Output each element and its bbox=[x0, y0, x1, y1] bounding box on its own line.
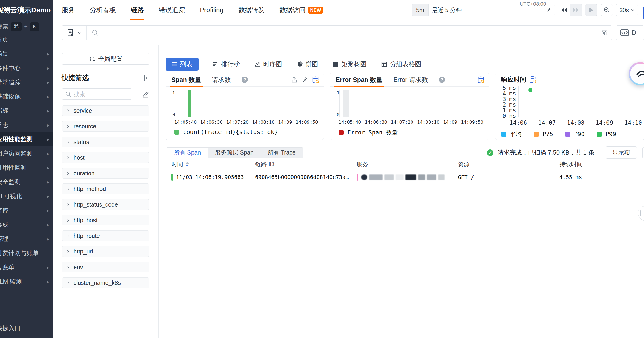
edit-pencil-icon[interactable] bbox=[142, 90, 149, 98]
play-button[interactable] bbox=[585, 4, 597, 16]
sidebar-item-首页[interactable]: 首页 bbox=[0, 33, 53, 47]
nav-tab-错误追踪[interactable]: 错误追踪 bbox=[159, 0, 185, 20]
span-count-bar[interactable] bbox=[188, 90, 192, 117]
chart-tab-Error Span 数量[interactable]: Error Span 数量 bbox=[336, 73, 382, 87]
nav-tab-分析看板[interactable]: 分析看板 bbox=[90, 0, 116, 20]
filter-field-service[interactable]: ›service bbox=[62, 105, 150, 116]
collapse-panel-icon[interactable] bbox=[142, 74, 150, 81]
query-mode-selector[interactable] bbox=[62, 26, 86, 40]
sidebar-item-事件中心[interactable]: 事件中心▸ bbox=[0, 61, 53, 75]
legend-item-P75[interactable]: P75 bbox=[534, 131, 553, 137]
sidebar-item-应用性能监测[interactable]: 应用性能监测▸ bbox=[0, 132, 53, 146]
sidebar-item-监控[interactable]: 监控▸ bbox=[0, 203, 53, 218]
export-icon[interactable] bbox=[291, 77, 298, 83]
sidebar-item-用户访问监测[interactable]: 用户访问监测▸ bbox=[0, 146, 53, 160]
time-back-button[interactable] bbox=[558, 5, 570, 16]
sidebar-item-集成[interactable]: 集成▸ bbox=[0, 218, 53, 232]
sidebar-item-LLM 监测[interactable]: LLM 监测▸ bbox=[0, 274, 53, 289]
table-row[interactable]: 11/03 14:06:19.9056636908465b0000000086d… bbox=[159, 171, 644, 184]
sidebar-item-label: 云账单 bbox=[0, 263, 47, 271]
sort-toggle[interactable] bbox=[185, 162, 189, 167]
help-icon[interactable]: ? bbox=[439, 77, 445, 83]
nav-tab-服务[interactable]: 服务 bbox=[62, 0, 75, 20]
workspace-logo[interactable]: 观测云演示Demo bbox=[0, 0, 53, 20]
column-header-时间[interactable]: 时间 bbox=[172, 160, 255, 168]
filter-field-http_route[interactable]: ›http_route bbox=[62, 230, 150, 241]
sidebar-item-异常追踪[interactable]: 异常追踪▸ bbox=[0, 75, 53, 89]
zoom-out-icon[interactable] bbox=[601, 4, 613, 16]
view-tab-列表[interactable]: 列表 bbox=[166, 58, 199, 71]
filter-field-http_status_code[interactable]: ›http_status_code bbox=[62, 199, 150, 210]
nav-tab-链路[interactable]: 链路 bbox=[131, 0, 144, 20]
x-tick: 14:09:50 bbox=[296, 119, 318, 125]
edge-blue-button[interactable] bbox=[642, 7, 644, 19]
span-count-legend[interactable]: count(trace_id){status: ok} bbox=[166, 125, 324, 135]
query-data-icon[interactable] bbox=[312, 76, 319, 83]
sidebar-item-指标[interactable]: 指标▸ bbox=[0, 104, 53, 118]
filter-field-http_url[interactable]: ›http_url bbox=[62, 246, 150, 257]
filter-field-cluster_name_k8s[interactable]: ›cluster_name_k8s bbox=[62, 277, 150, 288]
legend-item-平均[interactable]: 平均 bbox=[501, 130, 522, 138]
sidebar-item-基础设施[interactable]: 基础设施▸ bbox=[0, 89, 53, 104]
filter-field-resource[interactable]: ›resource bbox=[62, 121, 150, 132]
sidebar-item-可用性监测[interactable]: 可用性监测▸ bbox=[0, 160, 53, 175]
query-data-icon[interactable] bbox=[477, 76, 484, 83]
view-tab-时序图[interactable]: 时序图 bbox=[254, 58, 283, 71]
x-tick: 14:09:50 bbox=[461, 119, 483, 125]
dql-mode-button[interactable]: D bbox=[616, 26, 644, 40]
new-badge: NEW bbox=[308, 7, 323, 14]
sidebar-item-quick-entry[interactable]: 快捷入口 bbox=[0, 322, 53, 334]
legend-item-P90[interactable]: P90 bbox=[565, 131, 584, 137]
view-tab-分组表格图[interactable]: 分组表格图 bbox=[380, 58, 422, 71]
chart-tab-Span 数量[interactable]: Span 数量 bbox=[172, 73, 201, 87]
p99-data-point[interactable] bbox=[528, 88, 532, 92]
filter-field-env[interactable]: ›env bbox=[62, 262, 150, 272]
chart-tab-Error 请求数[interactable]: Error 请求数 bbox=[393, 73, 428, 87]
view-tab-排行榜[interactable]: 排行榜 bbox=[212, 58, 241, 71]
sidebar-item-日志[interactable]: 日志▸ bbox=[0, 118, 53, 132]
response-time-plot[interactable] bbox=[518, 86, 642, 117]
edge-partial-button[interactable] bbox=[642, 147, 644, 158]
filter-field-host[interactable]: ›host bbox=[62, 152, 150, 163]
refresh-interval-dropdown[interactable]: 30s bbox=[616, 4, 638, 16]
sidebar-item-付费计划与账单[interactable]: 付费计划与账单 bbox=[0, 246, 53, 260]
nav-tab-数据访问[interactable]: 数据访问NEW bbox=[279, 0, 323, 20]
sidebar-search[interactable]: 搜索 ⌘ + K bbox=[0, 21, 53, 33]
table-tab-所有 Span[interactable]: 所有 Span bbox=[167, 147, 208, 157]
query-data-icon[interactable] bbox=[529, 76, 536, 83]
nav-tab-Profiling[interactable]: Profiling bbox=[200, 0, 223, 20]
table-scope-tabs: 所有 Span服务顶层 Span所有 Trace bbox=[167, 147, 303, 158]
sidebar-item-云账单[interactable]: 云账单▸ bbox=[0, 260, 53, 274]
table-tab-服务顶层 Span[interactable]: 服务顶层 Span bbox=[208, 147, 260, 157]
filter-field-http_method[interactable]: ›http_method bbox=[62, 184, 150, 194]
error-span-legend[interactable]: Error Span 数量 bbox=[330, 125, 489, 136]
pin-icon[interactable] bbox=[545, 7, 552, 13]
help-icon[interactable]: ? bbox=[242, 77, 248, 83]
display-options-button[interactable]: 显示项 bbox=[606, 146, 637, 159]
sidebar-item-管理[interactable]: 管理▸ bbox=[0, 232, 53, 246]
filter-field-http_host[interactable]: ›http_host bbox=[62, 215, 150, 226]
legend-label: P99 bbox=[606, 131, 616, 137]
sidebar-item-安全监测[interactable]: 安全监测▸ bbox=[0, 175, 53, 189]
filter-field-status[interactable]: ›status bbox=[62, 136, 150, 147]
error-span-plot[interactable] bbox=[340, 90, 483, 117]
time-forward-button[interactable] bbox=[570, 5, 582, 16]
pin-icon[interactable] bbox=[302, 77, 308, 83]
nav-tab-数据转发[interactable]: 数据转发 bbox=[238, 0, 264, 20]
sidebar-item-场景[interactable]: 场景▸ bbox=[0, 47, 53, 61]
filter-field-duration[interactable]: ›duration bbox=[62, 168, 150, 179]
nav-tab-label: 服务 bbox=[62, 6, 75, 15]
filter-search-input[interactable] bbox=[74, 91, 123, 98]
time-range-chip[interactable]: 5m bbox=[412, 5, 429, 16]
chart-tab-请求数[interactable]: 请求数 bbox=[212, 73, 231, 87]
sidebar-item-CI 可视化[interactable]: CI 可视化▸ bbox=[0, 189, 53, 203]
filter-funnel-button[interactable] bbox=[597, 26, 612, 40]
global-config-button[interactable]: 全局配置 bbox=[62, 53, 150, 65]
search-input[interactable] bbox=[99, 26, 597, 40]
view-tab-矩形树图[interactable]: 矩形树图 bbox=[332, 58, 368, 71]
view-tab-饼图[interactable]: 饼图 bbox=[296, 58, 319, 71]
y-tick: 1 ms bbox=[499, 108, 516, 113]
table-tab-所有 Trace[interactable]: 所有 Trace bbox=[261, 147, 303, 157]
legend-item-P99[interactable]: P99 bbox=[597, 131, 616, 137]
span-count-plot[interactable] bbox=[175, 90, 318, 117]
